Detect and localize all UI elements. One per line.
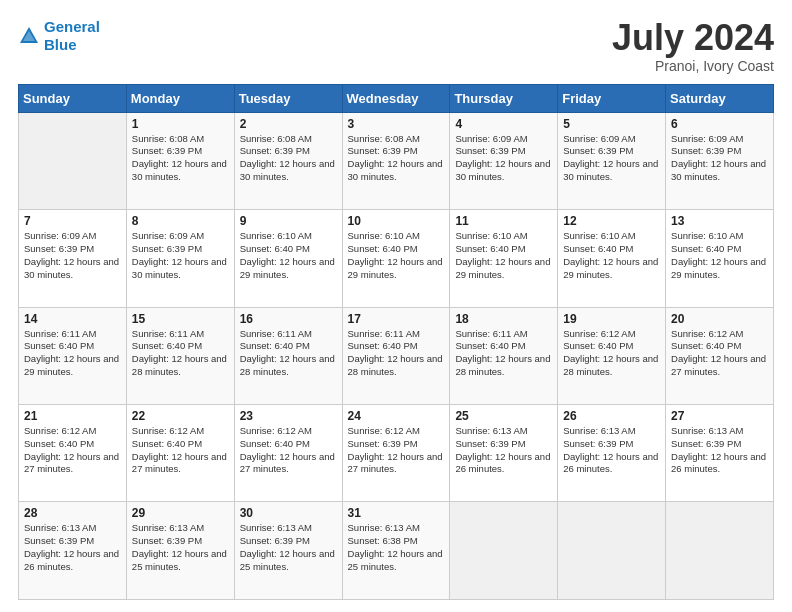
- weekday-header: Saturday: [666, 84, 774, 112]
- day-info: Sunrise: 6:10 AMSunset: 6:40 PMDaylight:…: [671, 230, 768, 281]
- day-info: Sunrise: 6:10 AMSunset: 6:40 PMDaylight:…: [348, 230, 445, 281]
- day-info: Sunrise: 6:13 AMSunset: 6:39 PMDaylight:…: [24, 522, 121, 573]
- day-number: 21: [24, 409, 121, 423]
- day-number: 1: [132, 117, 229, 131]
- day-number: 6: [671, 117, 768, 131]
- calendar-cell: 12Sunrise: 6:10 AMSunset: 6:40 PMDayligh…: [558, 210, 666, 307]
- title-block: July 2024 Pranoi, Ivory Coast: [612, 18, 774, 74]
- day-number: 12: [563, 214, 660, 228]
- calendar-cell: [666, 502, 774, 600]
- day-number: 4: [455, 117, 552, 131]
- day-number: 11: [455, 214, 552, 228]
- calendar-week-row: 7Sunrise: 6:09 AMSunset: 6:39 PMDaylight…: [19, 210, 774, 307]
- day-number: 24: [348, 409, 445, 423]
- day-info: Sunrise: 6:09 AMSunset: 6:39 PMDaylight:…: [132, 230, 229, 281]
- day-number: 10: [348, 214, 445, 228]
- day-number: 2: [240, 117, 337, 131]
- day-info: Sunrise: 6:11 AMSunset: 6:40 PMDaylight:…: [132, 328, 229, 379]
- day-info: Sunrise: 6:10 AMSunset: 6:40 PMDaylight:…: [563, 230, 660, 281]
- calendar-cell: [450, 502, 558, 600]
- weekday-header: Friday: [558, 84, 666, 112]
- logo-general: General: [44, 18, 100, 35]
- day-info: Sunrise: 6:12 AMSunset: 6:40 PMDaylight:…: [240, 425, 337, 476]
- calendar-header-row: SundayMondayTuesdayWednesdayThursdayFrid…: [19, 84, 774, 112]
- calendar-week-row: 1Sunrise: 6:08 AMSunset: 6:39 PMDaylight…: [19, 112, 774, 209]
- calendar-cell: 14Sunrise: 6:11 AMSunset: 6:40 PMDayligh…: [19, 307, 127, 404]
- day-number: 15: [132, 312, 229, 326]
- day-number: 16: [240, 312, 337, 326]
- day-number: 31: [348, 506, 445, 520]
- day-info: Sunrise: 6:13 AMSunset: 6:39 PMDaylight:…: [671, 425, 768, 476]
- weekday-header: Wednesday: [342, 84, 450, 112]
- day-info: Sunrise: 6:10 AMSunset: 6:40 PMDaylight:…: [240, 230, 337, 281]
- calendar-cell: 20Sunrise: 6:12 AMSunset: 6:40 PMDayligh…: [666, 307, 774, 404]
- weekday-header: Monday: [126, 84, 234, 112]
- calendar-cell: 6Sunrise: 6:09 AMSunset: 6:39 PMDaylight…: [666, 112, 774, 209]
- calendar-cell: 3Sunrise: 6:08 AMSunset: 6:39 PMDaylight…: [342, 112, 450, 209]
- day-number: 27: [671, 409, 768, 423]
- calendar-cell: 7Sunrise: 6:09 AMSunset: 6:39 PMDaylight…: [19, 210, 127, 307]
- day-info: Sunrise: 6:11 AMSunset: 6:40 PMDaylight:…: [455, 328, 552, 379]
- day-info: Sunrise: 6:11 AMSunset: 6:40 PMDaylight:…: [348, 328, 445, 379]
- calendar-week-row: 21Sunrise: 6:12 AMSunset: 6:40 PMDayligh…: [19, 405, 774, 502]
- day-number: 8: [132, 214, 229, 228]
- day-number: 5: [563, 117, 660, 131]
- day-info: Sunrise: 6:09 AMSunset: 6:39 PMDaylight:…: [455, 133, 552, 184]
- day-info: Sunrise: 6:08 AMSunset: 6:39 PMDaylight:…: [240, 133, 337, 184]
- day-number: 30: [240, 506, 337, 520]
- day-number: 9: [240, 214, 337, 228]
- page: General Blue July 2024 Pranoi, Ivory Coa…: [0, 0, 792, 612]
- calendar-cell: 26Sunrise: 6:13 AMSunset: 6:39 PMDayligh…: [558, 405, 666, 502]
- day-number: 17: [348, 312, 445, 326]
- calendar-cell: 22Sunrise: 6:12 AMSunset: 6:40 PMDayligh…: [126, 405, 234, 502]
- calendar-week-row: 14Sunrise: 6:11 AMSunset: 6:40 PMDayligh…: [19, 307, 774, 404]
- calendar-cell: 1Sunrise: 6:08 AMSunset: 6:39 PMDaylight…: [126, 112, 234, 209]
- day-info: Sunrise: 6:13 AMSunset: 6:39 PMDaylight:…: [563, 425, 660, 476]
- calendar-cell: 15Sunrise: 6:11 AMSunset: 6:40 PMDayligh…: [126, 307, 234, 404]
- calendar-cell: 24Sunrise: 6:12 AMSunset: 6:39 PMDayligh…: [342, 405, 450, 502]
- day-number: 13: [671, 214, 768, 228]
- day-number: 14: [24, 312, 121, 326]
- calendar-cell: 13Sunrise: 6:10 AMSunset: 6:40 PMDayligh…: [666, 210, 774, 307]
- day-info: Sunrise: 6:13 AMSunset: 6:39 PMDaylight:…: [455, 425, 552, 476]
- weekday-header: Sunday: [19, 84, 127, 112]
- day-info: Sunrise: 6:12 AMSunset: 6:40 PMDaylight:…: [132, 425, 229, 476]
- calendar-cell: 8Sunrise: 6:09 AMSunset: 6:39 PMDaylight…: [126, 210, 234, 307]
- day-info: Sunrise: 6:09 AMSunset: 6:39 PMDaylight:…: [671, 133, 768, 184]
- day-info: Sunrise: 6:11 AMSunset: 6:40 PMDaylight:…: [240, 328, 337, 379]
- header: General Blue July 2024 Pranoi, Ivory Coa…: [18, 18, 774, 74]
- weekday-header: Thursday: [450, 84, 558, 112]
- calendar-cell: 18Sunrise: 6:11 AMSunset: 6:40 PMDayligh…: [450, 307, 558, 404]
- day-info: Sunrise: 6:10 AMSunset: 6:40 PMDaylight:…: [455, 230, 552, 281]
- calendar-cell: 2Sunrise: 6:08 AMSunset: 6:39 PMDaylight…: [234, 112, 342, 209]
- day-number: 26: [563, 409, 660, 423]
- logo-blue: Blue: [44, 36, 77, 53]
- location: Pranoi, Ivory Coast: [612, 58, 774, 74]
- day-number: 3: [348, 117, 445, 131]
- calendar-cell: 19Sunrise: 6:12 AMSunset: 6:40 PMDayligh…: [558, 307, 666, 404]
- day-number: 22: [132, 409, 229, 423]
- calendar-cell: 28Sunrise: 6:13 AMSunset: 6:39 PMDayligh…: [19, 502, 127, 600]
- logo-icon: [18, 25, 40, 47]
- day-number: 7: [24, 214, 121, 228]
- day-info: Sunrise: 6:13 AMSunset: 6:39 PMDaylight:…: [240, 522, 337, 573]
- calendar-cell: 10Sunrise: 6:10 AMSunset: 6:40 PMDayligh…: [342, 210, 450, 307]
- calendar-week-row: 28Sunrise: 6:13 AMSunset: 6:39 PMDayligh…: [19, 502, 774, 600]
- month-title: July 2024: [612, 18, 774, 58]
- calendar-cell: 5Sunrise: 6:09 AMSunset: 6:39 PMDaylight…: [558, 112, 666, 209]
- day-info: Sunrise: 6:12 AMSunset: 6:40 PMDaylight:…: [24, 425, 121, 476]
- day-info: Sunrise: 6:11 AMSunset: 6:40 PMDaylight:…: [24, 328, 121, 379]
- calendar-cell: 29Sunrise: 6:13 AMSunset: 6:39 PMDayligh…: [126, 502, 234, 600]
- day-info: Sunrise: 6:12 AMSunset: 6:39 PMDaylight:…: [348, 425, 445, 476]
- day-info: Sunrise: 6:13 AMSunset: 6:39 PMDaylight:…: [132, 522, 229, 573]
- day-number: 20: [671, 312, 768, 326]
- calendar-cell: 27Sunrise: 6:13 AMSunset: 6:39 PMDayligh…: [666, 405, 774, 502]
- day-number: 19: [563, 312, 660, 326]
- calendar-table: SundayMondayTuesdayWednesdayThursdayFrid…: [18, 84, 774, 600]
- calendar-cell: 11Sunrise: 6:10 AMSunset: 6:40 PMDayligh…: [450, 210, 558, 307]
- day-info: Sunrise: 6:12 AMSunset: 6:40 PMDaylight:…: [671, 328, 768, 379]
- calendar-cell: 21Sunrise: 6:12 AMSunset: 6:40 PMDayligh…: [19, 405, 127, 502]
- day-info: Sunrise: 6:08 AMSunset: 6:39 PMDaylight:…: [132, 133, 229, 184]
- calendar-cell: [19, 112, 127, 209]
- calendar-cell: 17Sunrise: 6:11 AMSunset: 6:40 PMDayligh…: [342, 307, 450, 404]
